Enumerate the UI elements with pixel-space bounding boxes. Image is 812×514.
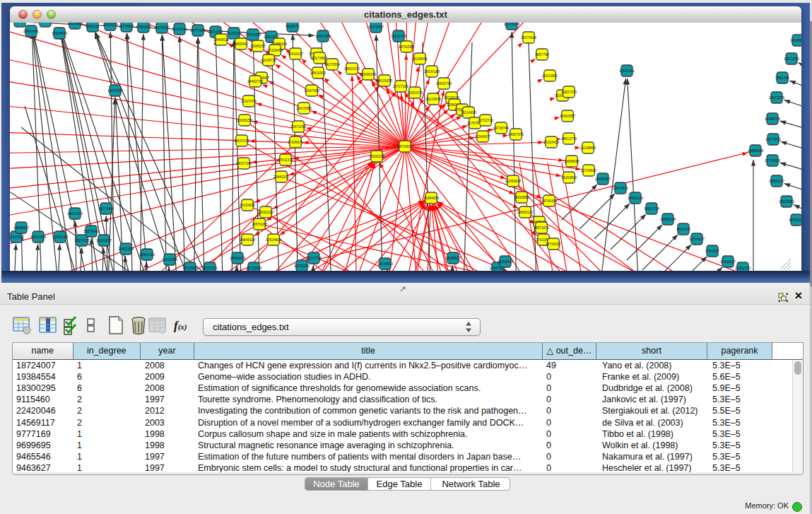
svg-text:10153650: 10153650 — [240, 203, 255, 207]
svg-text:15135241: 15135241 — [172, 27, 187, 31]
svg-text:18362957: 18362957 — [560, 114, 575, 118]
svg-text:16074924: 16074924 — [521, 35, 536, 40]
svg-text:13167906: 13167906 — [304, 88, 319, 93]
svg-text:10171979: 10171979 — [504, 23, 519, 26]
svg-text:20665120: 20665120 — [517, 210, 533, 214]
svg-text:17990608: 17990608 — [136, 25, 151, 29]
svg-text:11530829: 11530829 — [37, 23, 53, 23]
svg-text:18339287: 18339287 — [720, 259, 736, 264]
svg-text:19920868: 19920868 — [67, 23, 83, 25]
svg-text:23688080: 23688080 — [564, 159, 579, 163]
svg-text:20727180: 20727180 — [393, 84, 408, 88]
svg-text:17811335: 17811335 — [278, 158, 293, 162]
svg-text:11234302: 11234302 — [10, 235, 24, 239]
svg-text:19384554: 19384554 — [423, 196, 439, 200]
svg-text:16530188: 16530188 — [424, 69, 440, 74]
svg-text:14270514: 14270514 — [324, 62, 340, 66]
svg-text:24657675: 24657675 — [508, 132, 524, 136]
svg-text:20415217: 20415217 — [288, 52, 303, 56]
svg-text:10570280: 10570280 — [252, 222, 267, 226]
svg-text:16031986: 16031986 — [30, 235, 46, 239]
svg-text:18682180: 18682180 — [628, 196, 643, 200]
svg-text:17203439: 17203439 — [543, 140, 559, 144]
svg-text:18189627: 18189627 — [445, 256, 461, 260]
svg-text:14175466: 14175466 — [98, 206, 114, 211]
svg-text:15624039: 15624039 — [52, 31, 67, 35]
svg-text:16122250: 16122250 — [784, 57, 799, 61]
svg-text:24849118: 24849118 — [240, 238, 255, 242]
svg-text:16015764: 16015764 — [391, 34, 406, 38]
svg-text:16653855: 16653855 — [514, 195, 529, 199]
svg-text:18777560: 18777560 — [190, 28, 206, 33]
svg-text:13830794: 13830794 — [436, 81, 452, 86]
svg-text:18583219: 18583219 — [230, 256, 245, 260]
svg-text:19216636: 19216636 — [425, 97, 441, 101]
svg-text:18823754: 18823754 — [644, 206, 659, 211]
svg-text:19526582: 19526582 — [779, 199, 794, 204]
svg-text:18637230: 18637230 — [234, 139, 249, 143]
svg-text:15655194: 15655194 — [660, 217, 676, 221]
svg-text:24262301: 24262301 — [226, 31, 242, 35]
svg-text:19719189: 19719189 — [246, 266, 261, 270]
svg-text:22369628: 22369628 — [505, 179, 521, 183]
svg-text:18578342: 18578342 — [83, 229, 99, 233]
svg-text:20210801: 20210801 — [542, 74, 558, 78]
svg-text:24895568: 24895568 — [748, 148, 763, 153]
svg-text:10521911: 10521911 — [619, 69, 635, 73]
svg-text:18245038: 18245038 — [790, 38, 801, 42]
svg-text:21238061: 21238061 — [412, 57, 428, 61]
svg-text:10976225: 10976225 — [74, 238, 90, 243]
svg-text:18486738: 18486738 — [765, 117, 780, 121]
svg-text:18468528: 18468528 — [213, 37, 229, 42]
svg-text:12032085: 12032085 — [162, 257, 177, 262]
svg-text:19580147: 19580147 — [769, 179, 784, 183]
svg-text:24899917: 24899917 — [595, 177, 611, 181]
svg-text:9810111: 9810111 — [86, 24, 100, 28]
svg-text:9629072: 9629072 — [286, 24, 300, 28]
svg-text:10215279: 10215279 — [102, 23, 118, 27]
svg-text:22039735: 22039735 — [261, 58, 276, 62]
svg-text:9831970: 9831970 — [676, 227, 690, 231]
svg-text:22872276: 22872276 — [769, 95, 784, 100]
svg-text:14263809: 14263809 — [561, 175, 577, 180]
svg-text:11549877: 11549877 — [475, 134, 490, 139]
svg-text:23092320: 23092320 — [258, 210, 273, 214]
svg-text:18729027: 18729027 — [546, 242, 561, 246]
svg-text:23682370: 23682370 — [273, 175, 289, 179]
svg-text:22238803: 22238803 — [580, 146, 596, 150]
svg-text:16173808: 16173808 — [312, 56, 327, 60]
svg-text:10373299: 10373299 — [290, 124, 306, 129]
svg-text:14762565: 14762565 — [399, 45, 414, 49]
svg-text:9991709: 9991709 — [775, 76, 789, 80]
svg-text:15247794: 15247794 — [306, 256, 322, 260]
svg-text:22083370: 22083370 — [407, 90, 423, 95]
svg-text:11077052: 11077052 — [765, 137, 781, 141]
svg-text:9973060: 9973060 — [208, 30, 223, 34]
svg-text:13037655: 13037655 — [107, 88, 123, 93]
svg-text:22327476: 22327476 — [241, 99, 257, 103]
svg-text:19385257: 19385257 — [250, 44, 266, 48]
svg-text:21827370: 21827370 — [561, 90, 577, 94]
svg-text:24492775: 24492775 — [247, 79, 263, 83]
svg-text:18757631: 18757631 — [202, 266, 218, 270]
svg-text:12015985: 12015985 — [296, 106, 312, 110]
svg-text:10441955: 10441955 — [315, 34, 331, 38]
svg-text:9657788: 9657788 — [535, 52, 549, 57]
svg-text:21702716: 21702716 — [478, 118, 493, 122]
svg-text:14037344: 14037344 — [236, 161, 252, 165]
svg-text:10037872: 10037872 — [613, 186, 628, 190]
svg-text:16603172: 16603172 — [344, 66, 360, 71]
svg-text:10728987: 10728987 — [182, 266, 198, 270]
svg-text:20442106: 20442106 — [139, 252, 155, 257]
svg-text:12745328: 12745328 — [765, 158, 780, 163]
svg-text:18613779: 18613779 — [561, 136, 577, 141]
svg-text:10053424: 10053424 — [498, 259, 513, 264]
svg-text:22692328: 22692328 — [118, 247, 134, 251]
svg-text:9999941: 9999941 — [234, 42, 248, 46]
svg-text:12709137: 12709137 — [689, 237, 705, 241]
svg-text:18971871: 18971871 — [534, 226, 549, 230]
svg-text:16014936: 16014936 — [461, 110, 476, 115]
svg-text:18724007: 18724007 — [397, 144, 413, 148]
svg-text:18399557: 18399557 — [96, 238, 112, 243]
svg-text:14738744: 14738744 — [493, 126, 509, 130]
